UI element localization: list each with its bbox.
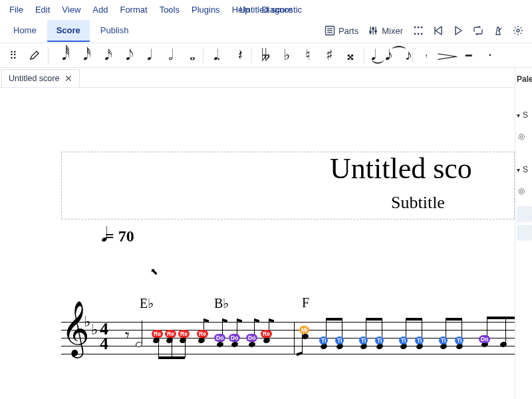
menu-file[interactable]: File — [4, 2, 29, 17]
parts-icon — [325, 25, 335, 36]
menu-add[interactable]: Add — [87, 2, 113, 17]
note-16th[interactable]: 𝅘𝅥𝅯 — [94, 45, 115, 66]
pencil-icon[interactable] — [24, 45, 45, 66]
parts-button[interactable]: Parts — [325, 25, 358, 36]
mixer-label: Mixer — [382, 26, 403, 36]
solfege-label: Re — [197, 330, 208, 338]
tempo-value: = 70 — [105, 227, 134, 245]
play-icon[interactable] — [452, 25, 464, 37]
time-signature[interactable]: 4 4 — [100, 322, 108, 351]
solfege-label: Do — [229, 334, 240, 342]
dot-button[interactable]: 𝅘𝅥 . — [206, 45, 227, 66]
sharp[interactable]: ♯ — [319, 45, 340, 66]
palette-slot[interactable] — [517, 225, 532, 241]
chord-symbol[interactable]: B♭ — [214, 295, 229, 311]
note-whole[interactable]: 𝅝 — [179, 45, 200, 66]
svg-point-8 — [372, 27, 374, 30]
tempo-marking[interactable]: 𝅘𝅥 = 70 — [101, 227, 134, 245]
grid-icon[interactable] — [412, 25, 424, 37]
close-icon[interactable]: ✕ — [65, 73, 72, 84]
chord-symbol[interactable]: E♭ — [140, 295, 154, 311]
chevron-down-icon: ▾ — [517, 112, 520, 119]
svg-point-13 — [414, 33, 416, 35]
visibility-icon[interactable]: ◎ — [515, 186, 532, 196]
palette-section-label: S — [523, 165, 528, 174]
palette-section-label: S — [523, 110, 528, 120]
visibility-icon[interactable]: ◎ — [515, 132, 532, 141]
solfege-label: Re — [261, 330, 272, 338]
separator — [364, 47, 364, 63]
svg-point-10 — [414, 27, 416, 29]
palette-panel: Palet ▾S ◎ ▾S ◎ — [515, 68, 532, 399]
staccato[interactable]: · — [479, 45, 501, 66]
ribbon-row: Home Score Publish Parts Mixer — [0, 19, 532, 43]
solfege-label: Mi — [299, 326, 309, 334]
score-title[interactable]: Untitled sco — [330, 152, 472, 186]
svg-point-9 — [374, 30, 377, 33]
solfege-label: Ti — [335, 336, 344, 344]
separator — [203, 47, 203, 63]
solfege-label: Re — [178, 330, 190, 338]
palette-title: Palet — [515, 72, 532, 86]
document-tab[interactable]: Untitled score ✕ — [1, 69, 80, 87]
double-sharp[interactable]: 𝄪 — [340, 45, 361, 66]
menu-plugins[interactable]: Plugins — [186, 2, 225, 17]
svg-marker-18 — [456, 27, 462, 35]
barline[interactable] — [294, 322, 295, 354]
note-8th[interactable]: 𝅘𝅥𝅮 — [115, 45, 136, 66]
natural[interactable]: ♮ — [297, 45, 319, 66]
solfege-label: Ti — [415, 336, 424, 344]
svg-point-11 — [418, 27, 420, 29]
staff[interactable]: 𝄞 ♭ ♭ 4 4 𝄾 Re Re Re 3 — [61, 322, 515, 354]
settings-icon[interactable] — [512, 25, 524, 37]
metronome-icon[interactable] — [492, 25, 504, 37]
score-canvas[interactable]: Untitled sco Subtitle 𝅘𝅥 = 70 ⬉ E♭ B♭ F … — [0, 88, 515, 399]
note-toolbar: ⠿ 𝅘𝅥𝅱 𝅘𝅥𝅰 𝅘𝅥𝅯 𝅘𝅥𝅮 𝅘𝅥 𝅗𝅥 𝅝 𝅘𝅥 . 𝄽 𝄫 ♭ ♮ ♯… — [0, 43, 532, 68]
mixer-button[interactable]: Mixer — [368, 25, 403, 36]
separator — [412, 47, 413, 63]
marcato[interactable]: 𝆟 — [416, 45, 437, 66]
tab-score[interactable]: Score — [47, 20, 90, 42]
rest-button[interactable]: 𝄽 — [227, 45, 249, 66]
menu-edit[interactable]: Edit — [30, 2, 55, 17]
separator — [251, 47, 252, 63]
menu-format[interactable]: Format — [114, 2, 152, 17]
loop-icon[interactable] — [472, 25, 484, 37]
chord-symbol[interactable]: F — [302, 295, 309, 311]
mouse-cursor-icon: ⬉ — [150, 266, 158, 277]
separator — [48, 47, 49, 63]
tab-publish[interactable]: Publish — [91, 20, 138, 42]
parts-label: Parts — [338, 26, 358, 36]
score-subtitle[interactable]: Subtitle — [391, 193, 445, 213]
menu-bar: File Edit View Add Format Tools Plugins … — [0, 0, 532, 19]
solfege-label: Re — [152, 330, 163, 338]
palette-slot[interactable] — [517, 206, 532, 222]
key-signature[interactable]: ♭ ♭ — [84, 318, 98, 334]
flat[interactable]: ♭ — [276, 45, 297, 66]
time-sig-denominator: 4 — [100, 336, 108, 351]
menu-tools[interactable]: Tools — [154, 2, 185, 17]
note-32nd[interactable]: 𝅘𝅥𝅰 — [72, 45, 94, 66]
svg-point-14 — [418, 33, 420, 35]
palette-section[interactable]: ▾S — [515, 109, 532, 121]
slur-button[interactable]: ♪⁀♪ — [388, 45, 410, 66]
tenuto[interactable]: ━ — [458, 45, 479, 66]
svg-point-7 — [369, 31, 372, 33]
rewind-icon[interactable] — [432, 25, 444, 37]
solfege-label: Ti — [375, 336, 384, 344]
solfege-label: Re — [165, 330, 176, 338]
accent[interactable]: 𝆓 — [437, 45, 458, 66]
double-flat[interactable]: 𝄫 — [255, 45, 276, 66]
drag-handle-icon[interactable]: ⠿ — [3, 45, 24, 66]
tab-home[interactable]: Home — [4, 20, 46, 42]
note-quarter[interactable]: 𝅘𝅥 — [136, 45, 158, 66]
solfege-label: Ti — [439, 336, 448, 344]
solfege-label: Do — [214, 334, 225, 342]
note-64th[interactable]: 𝅘𝅥𝅱 — [51, 45, 72, 66]
solfege-label: Do — [479, 335, 490, 343]
palette-section[interactable]: ▾S — [515, 164, 532, 176]
menu-view[interactable]: View — [57, 2, 86, 17]
note-half[interactable]: 𝅗𝅥 — [158, 45, 179, 66]
solfege-label: Ti — [399, 336, 408, 344]
document-tab-label: Untitled score — [9, 74, 59, 83]
